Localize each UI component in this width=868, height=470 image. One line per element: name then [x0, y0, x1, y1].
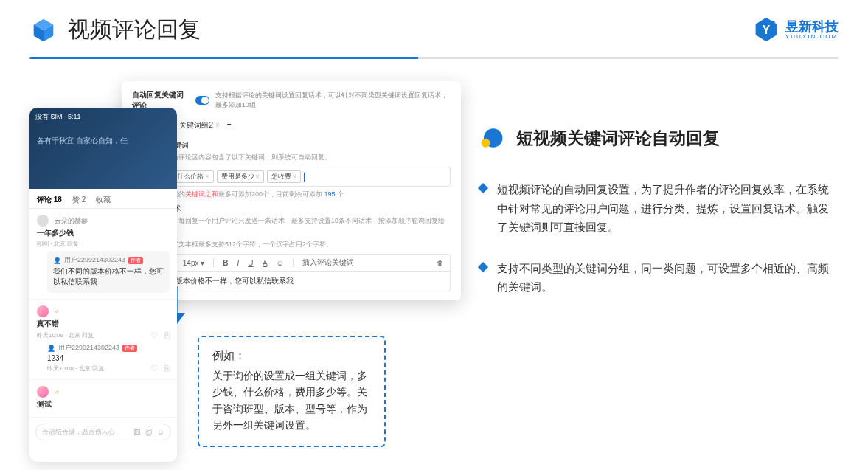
phone-status-bar: 没有 SIM · 5:11 — [29, 108, 177, 126]
delete-button[interactable]: 🗑 — [437, 259, 444, 267]
like-icon[interactable]: ♡ ⎘ — [150, 331, 170, 340]
comment-item: ♂ 测试 — [29, 380, 177, 418]
logo-mark-icon: Y — [753, 16, 780, 43]
keywords-limit-text: 所有关键词组里的关键词之和最多可添加200个，目前剩余可添加 195 个 — [132, 190, 451, 199]
keyword-group-tab-2[interactable]: 关键词组2× — [179, 118, 219, 134]
mention-icon[interactable]: @ — [145, 428, 153, 436]
emoji-icon[interactable]: ☺ — [157, 428, 164, 436]
bold-button[interactable]: B — [223, 259, 228, 267]
bullet-diamond-icon — [478, 183, 488, 193]
company-logo: Y 昱新科技 YUUXIN.COM — [753, 16, 839, 43]
size-select[interactable]: 14px ▾ — [183, 259, 204, 267]
add-group-button[interactable]: + — [227, 118, 232, 134]
underline-button[interactable]: U — [248, 259, 253, 267]
logo-text-cn: 昱新科技 — [785, 20, 839, 33]
section-title: 短视频关键词评论自动回复 — [516, 127, 720, 150]
bullet-diamond-icon — [478, 261, 488, 272]
keywords-input[interactable]: 多少钱× 什么价格× 费用是多少× 怎收费× — [132, 167, 451, 187]
editor-toolbar: 系统字体 ▾ 14px ▾ B I U A̲ ☺ 插入评论关键词 🗑 — [132, 254, 451, 272]
cube-icon — [29, 16, 58, 44]
svg-text:Y: Y — [763, 23, 771, 36]
likes-tab[interactable]: 赞 2 — [72, 195, 86, 205]
page-title: 视频评论回复 — [68, 15, 201, 45]
auto-reply-toggle[interactable] — [195, 96, 209, 105]
switch-description: 支持根据评论的关键词设置回复话术，可以针对不同类型关键词设置回复话术，最多添加1… — [215, 91, 451, 110]
example-callout: 例如： 关于询价的设置成一组关键词，多少钱、什么价格，费用多少等。关于咨询班型、… — [198, 336, 386, 447]
example-body: 关于询价的设置成一组关键词，多少钱、什么价格，费用多少等。关于咨询班型、版本、型… — [212, 367, 371, 434]
like-icon[interactable]: ♡ ⎘ — [150, 364, 170, 373]
logo-text-en: YUUXIN.COM — [785, 33, 839, 40]
char-limit-tip: ！提示：一个富文本框最多支持512个字符，一个汉字占用2个字符。 — [132, 240, 451, 249]
emoji-button[interactable]: ☺ — [277, 259, 284, 267]
svg-point-9 — [482, 139, 490, 148]
phone-mockup: 没有 SIM · 5:11 各有千秋宜 自家心自知，任 评论 18 赞 2 收藏… — [29, 108, 177, 462]
favorites-tab[interactable]: 收藏 — [96, 195, 111, 205]
comment-item: 云朵的赫赫 一年多少钱 刚刚 · 北京 回复 👤用户2299214302243 … — [29, 209, 177, 300]
svg-point-5 — [771, 21, 774, 24]
video-caption: 各有千秋宜 自家心自知，任 — [29, 126, 177, 155]
bullet-text: 支持不同类型的关键词分组，同一类问题，可设置多个相近的、高频的关键词。 — [497, 259, 839, 297]
bullet-text: 短视频评论的自动回复设置，为了提升作者的评论回复效率，在系统中针对常见的评论用户… — [497, 180, 839, 237]
keyword-chip[interactable]: 费用是多少× — [217, 170, 264, 183]
comment-input[interactable]: 善语结善缘，恶言伤人心 🖼 @ ☺ — [35, 424, 171, 440]
comments-tab[interactable]: 评论 18 — [37, 195, 62, 205]
color-button[interactable]: A̲ — [263, 259, 268, 267]
keyword-chip[interactable]: 什么价格× — [173, 170, 213, 183]
reply-hint: 设置回复话术，每回复一个用户评论只发送一条话术，最多支持设置10条不同话术，按添… — [132, 216, 451, 235]
insert-keyword-button[interactable]: 插入评论关键词 — [302, 258, 354, 268]
section-blob-icon — [479, 125, 504, 151]
image-icon[interactable]: 🖼 — [133, 428, 141, 436]
italic-button[interactable]: I — [237, 259, 239, 267]
keyword-chip[interactable]: 怎收费× — [267, 170, 301, 183]
comment-item: ♂ 真不错 昨天10:08 · 北京 回复♡ ⎘ 👤用户229921430224… — [29, 300, 177, 380]
example-title: 例如： — [212, 349, 371, 363]
keywords-hint: 设置关键词，当评论区内容包含了以下关键词，则系统可自动回复。 — [132, 153, 451, 162]
